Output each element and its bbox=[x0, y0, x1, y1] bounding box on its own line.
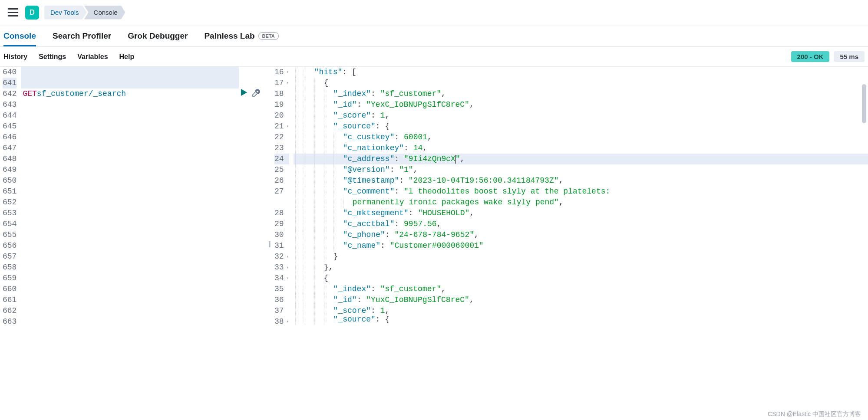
pane-splitter[interactable]: || bbox=[267, 67, 272, 420]
response-pane[interactable]: 16▾17▾18192021▾2223242526272829303132▴33… bbox=[272, 67, 868, 420]
response-line[interactable]: "c_address": "9Ii4zQn9cX", bbox=[294, 154, 868, 164]
response-line[interactable]: "_score": 1, bbox=[294, 110, 868, 121]
play-icon[interactable] bbox=[241, 89, 248, 97]
response-line[interactable]: "_id": "YexC_IoBNUPgSlfC8reC", bbox=[294, 99, 868, 110]
tab-painless-lab-label: Painless Lab bbox=[204, 31, 254, 41]
response-line[interactable]: "_index": "sf_customer", bbox=[294, 284, 868, 295]
splitter-handle-icon: || bbox=[268, 240, 270, 247]
response-line[interactable]: "c_mktsegment": "HOUSEHOLD", bbox=[294, 208, 868, 219]
hamburger-menu-icon[interactable] bbox=[6, 6, 20, 20]
tab-painless-lab[interactable]: Painless Lab BETA bbox=[204, 26, 278, 46]
response-line[interactable]: "_source": { bbox=[294, 121, 868, 132]
response-line[interactable]: "hits": [ bbox=[294, 67, 868, 78]
breadcrumb: Dev Tools Console bbox=[44, 6, 123, 20]
tab-search-profiler[interactable]: Search Profiler bbox=[53, 26, 111, 46]
response-line[interactable]: "_source": { bbox=[294, 316, 868, 322]
tab-grok-debugger[interactable]: Grok Debugger bbox=[128, 26, 188, 46]
response-line[interactable]: "@version": "1", bbox=[294, 164, 868, 175]
response-scrollbar[interactable] bbox=[862, 67, 867, 420]
response-line[interactable]: "c_name": "Customer#000060001" bbox=[294, 240, 868, 251]
subbar-history[interactable]: History bbox=[3, 53, 27, 61]
response-line[interactable]: "_index": "sf_customer", bbox=[294, 89, 868, 99]
tabs-bar: Console Search Profiler Grok Debugger Pa… bbox=[0, 25, 868, 47]
response-line[interactable]: permanently ironic packages wake slyly p… bbox=[294, 197, 868, 208]
response-time-badge: 55 ms bbox=[834, 51, 865, 62]
subbar-variables[interactable]: Variables bbox=[77, 53, 108, 61]
response-line[interactable]: "c_acctbal": 9957.56, bbox=[294, 219, 868, 230]
request-gutter: 6406416426436446456466476486496506516526… bbox=[0, 67, 21, 420]
response-gutter: 16▾17▾18192021▾2223242526272829303132▴33… bbox=[272, 67, 294, 420]
request-editor[interactable]: GET sf_customer/_search bbox=[21, 67, 267, 420]
response-line[interactable]: "@timestamp": "2023-10-04T19:56:00.34118… bbox=[294, 175, 868, 186]
top-header: D Dev Tools Console bbox=[0, 0, 868, 25]
response-line[interactable]: "_id": "YuxC_IoBNUPgSlfC8reC", bbox=[294, 295, 868, 305]
response-viewer[interactable]: "hits": [{"_index": "sf_customer","_id":… bbox=[294, 67, 868, 420]
response-line[interactable]: "c_comment": "l theodolites boost slyly … bbox=[294, 186, 868, 197]
response-line[interactable]: "c_phone": "24-678-784-9652", bbox=[294, 230, 868, 240]
status-badge: 200 - OK bbox=[791, 51, 830, 62]
request-line[interactable]: GET sf_customer/_search bbox=[21, 89, 267, 99]
response-line[interactable]: } bbox=[294, 251, 868, 262]
scrollbar-thumb[interactable] bbox=[862, 84, 866, 123]
response-line[interactable]: "c_custkey": 60001, bbox=[294, 132, 868, 143]
app-badge[interactable]: D bbox=[25, 6, 39, 20]
console-subbar: History Settings Variables Help 200 - OK… bbox=[0, 47, 868, 67]
breadcrumb-devtools[interactable]: Dev Tools bbox=[44, 6, 87, 20]
tab-console[interactable]: Console bbox=[3, 26, 36, 46]
response-line[interactable]: "c_nationkey": 14, bbox=[294, 143, 868, 154]
response-line[interactable]: { bbox=[294, 273, 868, 284]
response-line[interactable]: { bbox=[294, 78, 868, 89]
request-actions bbox=[241, 89, 261, 97]
wrench-icon[interactable] bbox=[252, 89, 261, 97]
response-line[interactable]: }, bbox=[294, 262, 868, 273]
beta-badge: BETA bbox=[258, 32, 279, 40]
subbar-settings[interactable]: Settings bbox=[39, 53, 66, 61]
subbar-help[interactable]: Help bbox=[119, 53, 135, 61]
breadcrumb-console[interactable]: Console bbox=[84, 6, 125, 20]
watermark: CSDN @Elastic 中国社区官方博客 bbox=[768, 410, 861, 418]
console-workspace: 6406416426436446456466476486496506516526… bbox=[0, 67, 868, 420]
request-pane[interactable]: 6406416426436446456466476486496506516526… bbox=[0, 67, 267, 420]
